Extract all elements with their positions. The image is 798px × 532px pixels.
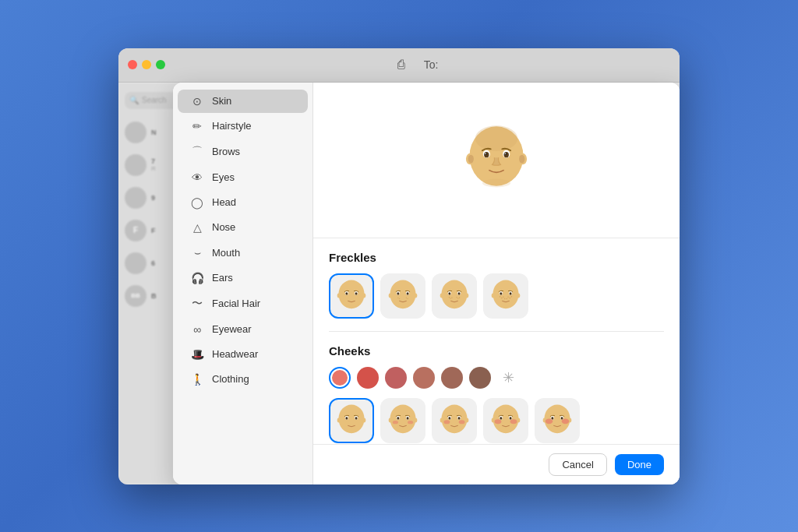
facial-hair-icon: 〜 [190,297,204,311]
svg-point-77 [355,417,356,417]
freckle-option-3[interactable] [432,273,477,319]
cheek-color-4[interactable] [413,367,435,389]
svg-point-33 [397,297,398,298]
cheek-color-2[interactable] [357,367,379,389]
nav-item-eyes[interactable]: 👁 Eyes [178,166,308,189]
memoji-dialog: ⊙ Skin ✏ Hairstyle ⌒ Brows 👁 Eyes [173,83,680,484]
nav-label-skin: Skin [212,95,231,107]
svg-point-50 [457,298,458,298]
svg-point-109 [500,417,501,417]
nav-label-brows: Brows [212,146,240,157]
svg-point-23 [355,292,356,293]
svg-point-60 [510,292,510,293]
cheek-color-6[interactable] [469,367,491,389]
nav-item-eyewear[interactable]: ∞ Eyewear [178,318,308,341]
clothing-icon: 🚶 [190,373,204,386]
svg-point-121 [561,417,562,417]
nav-label-clothing: Clothing [212,373,249,385]
compose-icon[interactable]: ⎙ [397,58,405,72]
svg-point-24 [390,280,415,308]
search-icon: 🔍 [129,96,139,104]
svg-point-37 [441,280,467,308]
svg-point-49 [456,297,457,298]
nav-label-eyewear: Eyewear [212,323,252,335]
cheeks-colors: ✳ [329,367,664,389]
svg-point-80 [414,417,417,422]
search-placeholder: Search [142,96,167,104]
mouth-icon: ⌣ [190,246,204,259]
svg-point-64 [504,298,506,299]
avatar [125,252,147,274]
nav-item-brows[interactable]: ⌒ Brows [178,139,308,164]
to-label: To: [424,58,439,71]
main-content: 🔍 Search N 7 R 9 [118,83,680,484]
svg-point-4 [519,155,524,164]
nav-item-ears[interactable]: 🎧 Ears [178,266,308,290]
head-icon: ◯ [190,196,204,209]
nav-item-hairstyle[interactable]: ✏ Hairstyle [178,115,308,138]
svg-point-53 [492,293,495,298]
freckle-option-1[interactable] [329,273,374,319]
svg-point-52 [493,280,518,308]
cheek-face-option-5[interactable] [535,398,580,443]
preview-area [313,83,680,238]
svg-point-62 [501,297,503,298]
nose-icon: △ [190,221,204,234]
cheek-color-3[interactable] [385,367,407,389]
nav-item-skin[interactable]: ⊙ Skin [178,90,308,113]
svg-point-35 [406,297,407,298]
cheeks-section: Cheeks ✳ [329,344,664,443]
cancel-button[interactable]: Cancel [549,453,606,476]
svg-point-15 [338,280,364,308]
done-button[interactable]: Done [615,454,664,475]
cheek-face-option-4[interactable] [483,398,528,443]
close-button[interactable] [128,60,137,69]
svg-point-31 [397,292,398,293]
nav-label-eyes: Eyes [212,171,235,183]
svg-point-71 [362,417,365,422]
svg-point-102 [517,417,520,422]
svg-point-103 [495,419,502,424]
svg-point-51 [459,297,460,298]
cheek-color-1[interactable] [329,367,351,389]
sparkle-icon[interactable]: ✳ [497,367,519,389]
svg-point-92 [443,420,450,424]
cheek-face-option-1[interactable] [329,398,374,443]
nav-item-headwear[interactable]: 🎩 Headwear [178,343,308,366]
svg-point-26 [414,293,417,298]
cheek-face-option-2[interactable] [380,398,425,443]
maximize-button[interactable] [156,60,165,69]
nav-item-facial-hair[interactable]: 〜 Facial Hair [178,291,308,316]
svg-point-70 [337,417,341,422]
nav-item-nose[interactable]: △ Nose [178,216,308,239]
minimize-button[interactable] [142,60,151,69]
content-panel: Freckles [313,83,680,484]
nav-item-clothing[interactable]: 🚶 Clothing [178,368,308,391]
svg-point-110 [510,417,510,417]
nav-label-facial-hair: Facial Hair [212,298,260,309]
cheek-face-option-3[interactable] [432,398,477,443]
svg-point-22 [346,292,347,293]
avatar [125,187,147,209]
svg-point-67 [509,297,510,298]
avatar [125,154,147,176]
nav-label-mouth: Mouth [212,247,240,259]
cheek-color-5[interactable] [441,367,463,389]
svg-point-32 [407,292,408,293]
freckle-option-4[interactable] [483,273,528,319]
svg-point-99 [458,417,459,417]
svg-point-81 [393,421,398,424]
nav-item-head[interactable]: ◯ Head [178,191,308,214]
svg-point-89 [441,404,467,433]
svg-point-48 [451,297,452,298]
traffic-lights [128,60,165,69]
nav-label-head: Head [212,196,236,208]
svg-point-13 [504,153,506,154]
freckle-option-2[interactable] [380,273,425,319]
svg-point-82 [408,421,413,424]
svg-point-93 [459,420,465,424]
svg-point-69 [338,404,364,433]
nav-item-mouth[interactable]: ⌣ Mouth [178,241,308,265]
svg-point-63 [503,296,504,298]
cheeks-title: Cheeks [329,344,664,358]
